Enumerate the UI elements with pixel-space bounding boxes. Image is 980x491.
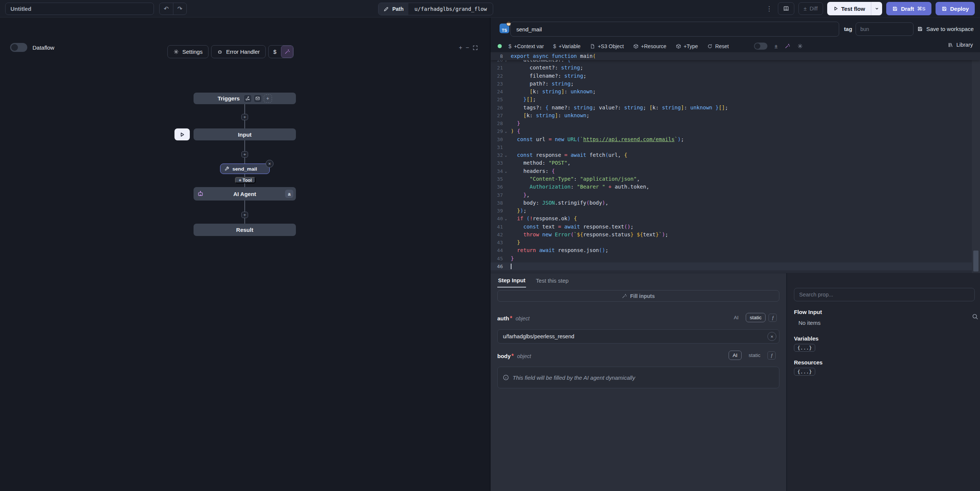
insert-step-button-3[interactable]: + (241, 212, 248, 218)
code-line-37[interactable]: 37 }, (490, 191, 972, 199)
code-line-31[interactable]: 31 (490, 143, 972, 151)
code-line-39[interactable]: 39 }); (490, 207, 972, 215)
auth-static-chip[interactable]: static (746, 313, 766, 322)
flow-title-input[interactable] (5, 3, 154, 15)
webhook-icon[interactable] (243, 94, 252, 103)
context-variables-button[interactable]: $ (269, 46, 281, 58)
result-node[interactable]: Result (194, 224, 296, 236)
code-line-24[interactable]: 24 [k: string]: unknown; (490, 88, 972, 95)
code-editor[interactable]: 20⌄ attachments?: {21 content?: string;2… (490, 52, 980, 273)
code-line-42[interactable]: 42 throw new Error(`${response.status} $… (490, 231, 972, 238)
scrollbar-thumb[interactable] (973, 251, 978, 272)
dataflow-toggle[interactable] (10, 43, 27, 52)
editor-scrollbar[interactable] (972, 52, 980, 273)
run-flow-button[interactable] (175, 129, 190, 140)
code-line-36[interactable]: 36 Authorization: "Bearer " + auth.token… (490, 183, 972, 191)
body-static-chip[interactable]: static (745, 351, 765, 360)
docs-button[interactable] (778, 2, 794, 15)
expand-icon[interactable] (473, 45, 478, 51)
auth-clear-button[interactable]: × (767, 332, 776, 341)
required-star: * (510, 315, 512, 322)
editor-mini-toggle[interactable] (754, 43, 767, 50)
code-line-8[interactable]: 8export async function main( (490, 52, 980, 60)
code-line-32[interactable]: 32⌄ const response = await fetch(url, { (490, 151, 972, 159)
input-node[interactable]: Input (194, 129, 296, 140)
resources-object-chip[interactable]: {...} (794, 368, 815, 376)
test-flow-dropdown-button[interactable] (871, 2, 882, 15)
code-line-28[interactable]: 28 } (490, 119, 972, 127)
code-line-26[interactable]: 26 tags?: { name?: string; value?: strin… (490, 104, 972, 112)
code-line-41[interactable]: 41 const text = await response.text(); (490, 223, 972, 231)
code-line-23[interactable]: 23 path?: string; (490, 80, 972, 88)
code-line-27[interactable]: 27 [k: string]: unknown; (490, 112, 972, 119)
code-line-25[interactable]: 25 }[]; (490, 95, 972, 103)
code-line-34[interactable]: 34⌄ headers: { (490, 167, 972, 175)
undo-button[interactable]: ↶ (159, 3, 173, 14)
tab-step-input[interactable]: Step Input (497, 276, 526, 288)
code-line-43[interactable]: 43 } (490, 238, 972, 246)
triggers-node[interactable]: Triggers + (194, 92, 296, 104)
fold-chevron-icon[interactable]: ⌄ (505, 151, 510, 159)
auth-ai-chip[interactable]: AI (730, 313, 743, 322)
auth-expression-icon[interactable]: ƒ (768, 314, 777, 322)
insert-step-button-2[interactable]: + (241, 151, 248, 157)
library-button[interactable]: Library (948, 42, 973, 48)
ai-wand-button[interactable] (281, 46, 293, 58)
editor-settings-icon[interactable] (797, 43, 803, 49)
code-line-45[interactable]: 45} (490, 255, 972, 262)
tag-input[interactable] (856, 22, 913, 36)
settings-button[interactable]: Settings (167, 45, 208, 58)
code-line-30[interactable]: 30 const url = new URL(`https://api.rese… (490, 135, 972, 143)
zoom-in-button[interactable]: + (459, 44, 462, 51)
diff-editor-icon[interactable]: ± (775, 43, 778, 49)
test-flow-button[interactable]: Test flow (827, 2, 871, 15)
code-line-44[interactable]: 44 return await response.json(); (490, 246, 972, 254)
save-to-workspace-button[interactable]: Save to workspace (917, 26, 974, 32)
zoom-out-button[interactable]: − (466, 44, 469, 51)
step-name-input[interactable] (511, 22, 839, 37)
toolbar--s3-object-button[interactable]: +S3 Object (590, 43, 624, 49)
toolbar-button-label: Reset (715, 43, 729, 49)
prop-search-input[interactable] (794, 288, 975, 301)
send-mail-node[interactable]: send_mail (220, 164, 270, 174)
ai-agent-node[interactable]: AI Agent a (194, 187, 296, 200)
ai-agent-badge[interactable]: a (285, 190, 293, 198)
add-tool-button[interactable]: + Tool (235, 177, 256, 183)
more-menu-button[interactable]: ⋮ (764, 5, 774, 13)
toolbar--context-var-button[interactable]: $+Context var (509, 43, 544, 49)
code-line-33[interactable]: 33 method: "POST", (490, 159, 972, 167)
code-line-40[interactable]: 40⌄ if (!response.ok) { (490, 215, 972, 222)
fold-chevron-icon[interactable]: ⌄ (505, 127, 510, 135)
mail-trigger-icon[interactable] (254, 94, 262, 103)
toolbar--type-button[interactable]: +Type (676, 43, 698, 49)
body-expression-icon[interactable]: ƒ (767, 351, 776, 359)
tab-test-this-step[interactable]: Test this step (535, 276, 570, 288)
code-line-21[interactable]: 21 content?: string; (490, 64, 972, 72)
add-trigger-button[interactable]: + (264, 94, 272, 103)
code-line-46[interactable]: 46 (490, 262, 972, 270)
error-handler-button[interactable]: Error Handler (211, 45, 266, 58)
variables-object-chip[interactable]: {...} (794, 344, 815, 352)
code-line-22[interactable]: 22 filename?: string; (490, 72, 972, 80)
redo-button[interactable]: ↷ (173, 3, 186, 14)
ai-wand-icon[interactable] (784, 43, 790, 49)
fold-chevron-icon[interactable]: ⌄ (505, 167, 510, 175)
draft-shortcut: ⌘S (917, 6, 926, 11)
fill-inputs-button[interactable]: Fill inputs (497, 290, 780, 302)
toolbar-reset-button[interactable]: Reset (707, 43, 729, 49)
code-line-38[interactable]: 38 body: JSON.stringify(body), (490, 199, 972, 207)
insert-step-button-1[interactable]: + (241, 114, 248, 120)
draft-button[interactable]: Draft ⌘S (886, 2, 931, 15)
toolbar--resource-button[interactable]: +Resource (633, 43, 667, 49)
auth-resource-input[interactable] (497, 329, 780, 343)
fold-chevron-icon[interactable]: ⌄ (505, 215, 510, 222)
deploy-button[interactable]: Deploy (935, 2, 975, 15)
path-chip[interactable]: Path u/farhadglbs/grand_flow (378, 3, 493, 15)
code-line-35[interactable]: 35 "Content-Type": "application/json", (490, 175, 972, 183)
toolbar--variable-button[interactable]: $+Variable (553, 43, 581, 49)
search-icon[interactable] (972, 313, 978, 320)
remove-step-button[interactable]: × (266, 160, 274, 168)
code-line-29[interactable]: 29⌄) { (490, 127, 972, 135)
diff-button[interactable]: ± Diff (799, 2, 823, 15)
body-ai-chip[interactable]: AI (729, 351, 741, 360)
